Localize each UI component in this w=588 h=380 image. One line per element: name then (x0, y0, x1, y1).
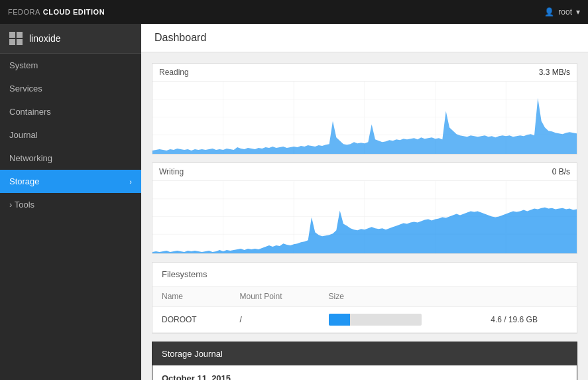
app-name: linoxide (29, 33, 60, 44)
fs-name: DOROOT (152, 307, 230, 333)
sidebar-item-storage[interactable]: Storage › (0, 170, 141, 193)
sidebar-header[interactable]: linoxide (0, 24, 141, 54)
sidebar-item-networking[interactable]: Networking (0, 147, 141, 170)
content-body: Reading 3.3 MB/s (141, 52, 588, 380)
user-menu[interactable]: 👤 root ▾ (544, 7, 580, 17)
reading-chart-header: Reading 3.3 MB/s (152, 64, 577, 81)
user-dropdown-icon: ▾ (576, 7, 580, 17)
sidebar-item-services[interactable]: Services (0, 77, 141, 100)
chevron-right-icon: › (129, 178, 132, 186)
fedora-label: FEDORA (8, 8, 40, 16)
col-size-value (481, 286, 577, 307)
main-layout: linoxide System Services Containers Jour… (0, 24, 588, 380)
cloud-edition-label: CLOUD EDITION (43, 8, 105, 16)
page-title: Dashboard (141, 24, 588, 52)
progress-bar-fill (329, 314, 350, 326)
table-row: DOROOT / 4.6 / 19.6 GB (152, 307, 577, 333)
reading-value: 3.3 MB/s (539, 68, 570, 77)
writing-chart-header: Writing 0 B/s (152, 163, 577, 180)
sidebar-item-containers[interactable]: Containers (0, 100, 141, 123)
username-label: root (558, 7, 572, 17)
tools-expand-icon: › (9, 200, 12, 210)
topbar: FEDORA CLOUD EDITION 👤 root ▾ (0, 0, 588, 24)
sidebar-label-storage: Storage (9, 176, 40, 186)
sidebar-label-system: System (9, 60, 38, 70)
writing-value: 0 B/s (552, 167, 570, 176)
filesystems-title: Filesystems (152, 263, 577, 286)
sidebar-item-system[interactable]: System (0, 54, 141, 77)
writing-label: Writing (159, 167, 184, 176)
storage-journal-section: Storage Journal October 11, 2015 (152, 342, 577, 380)
col-name: Name (152, 286, 230, 307)
sidebar: linoxide System Services Containers Jour… (0, 24, 141, 380)
sidebar-label-containers: Containers (9, 107, 51, 117)
fs-mount-point: / (230, 307, 319, 333)
reading-label: Reading (159, 68, 189, 77)
col-size: Size (320, 286, 482, 307)
journal-date: October 11, 2015 (162, 373, 567, 380)
writing-chart-section: Writing 0 B/s (152, 162, 577, 254)
sidebar-label-tools: › Tools (9, 200, 34, 210)
reading-chart-canvas (152, 81, 577, 154)
storage-journal-body: October 11, 2015 (152, 365, 577, 380)
sidebar-label-services: Services (9, 84, 42, 94)
brand: FEDORA CLOUD EDITION (8, 8, 105, 16)
sidebar-item-journal[interactable]: Journal (0, 123, 141, 147)
grid-icon (9, 32, 23, 45)
sidebar-label-journal: Journal (9, 130, 38, 140)
filesystems-section: Filesystems Name Mount Point Size DOROOT (152, 262, 577, 334)
sidebar-item-tools[interactable]: › Tools (0, 193, 141, 216)
storage-journal-title: Storage Journal (152, 342, 577, 365)
filesystems-table: Name Mount Point Size DOROOT / (152, 286, 577, 333)
col-mount-point: Mount Point (230, 286, 319, 307)
writing-chart-canvas (152, 180, 577, 253)
size-cell (329, 314, 473, 326)
reading-chart-section: Reading 3.3 MB/s (152, 63, 577, 155)
sidebar-label-networking: Networking (9, 153, 52, 163)
content-area: Dashboard Reading 3.3 MB/s (141, 24, 588, 380)
user-icon: 👤 (544, 7, 554, 17)
fs-size-bar (320, 307, 482, 333)
fs-size-label: 4.6 / 19.6 GB (481, 307, 577, 333)
progress-bar-wrap (329, 314, 422, 326)
